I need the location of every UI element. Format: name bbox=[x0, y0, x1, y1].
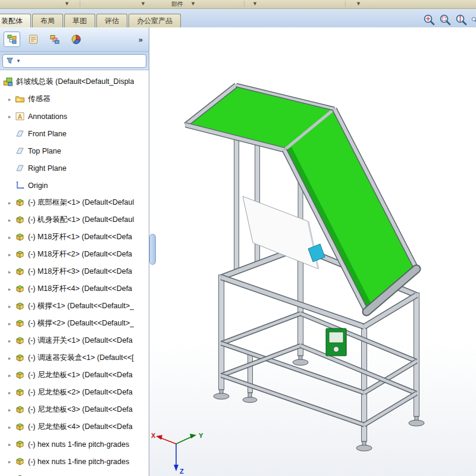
triad-x-arrow bbox=[156, 435, 162, 440]
tree-item[interactable]: ▸ (-) 底部框架<1> (Default<Defaul bbox=[0, 194, 149, 211]
tree-item[interactable]: ▸ (-) 尼龙垫板<4> (Default<<Defa bbox=[0, 418, 149, 436]
expand-arrow-icon[interactable]: ▸ bbox=[8, 390, 15, 396]
tree-item[interactable]: ▸ (-) hex nuts 1-fine pitch-grades bbox=[0, 436, 149, 453]
tree-item[interactable]: ▸ A Annotations bbox=[0, 108, 149, 125]
tree-item[interactable]: ▸ (-) 机身装配<1> (Default<Defaul bbox=[0, 211, 149, 228]
tree-item[interactable]: Top Plane bbox=[0, 142, 149, 159]
parts-menu-label[interactable]: 部件 bbox=[171, 0, 183, 8]
tree-item[interactable]: ▸ (-) M18牙杆<3> (Default<<Defa bbox=[0, 263, 149, 280]
main-area: » ▼ 斜坡线总装 (Default<Default_Displa ▸ 传感器 … bbox=[0, 27, 476, 476]
tree-item[interactable]: ▸ (-) 尼龙垫板<3> (Default<<Defa bbox=[0, 401, 149, 418]
tree-scrollbar[interactable] bbox=[149, 69, 156, 476]
command-tab-0[interactable]: 装配体 bbox=[0, 14, 31, 27]
zoom-to-area-button[interactable] bbox=[439, 14, 451, 26]
tree-item[interactable]: ▸ (-) hex nuts 1-fine pitch-grades bbox=[0, 470, 149, 476]
expand-arrow-icon[interactable]: ▸ bbox=[8, 321, 15, 327]
toolbar-dropdown-caret[interactable]: ▼ bbox=[252, 1, 258, 7]
clipped-tool-button[interactable] bbox=[471, 14, 476, 26]
conveyor-assembly-model[interactable]: X Y Z bbox=[149, 27, 476, 476]
expand-arrow-icon[interactable]: ▸ bbox=[8, 96, 15, 102]
command-tabs: 装配体布局草图评估办公室产品 bbox=[0, 9, 182, 27]
display-manager-tab[interactable] bbox=[68, 32, 84, 47]
tree-item[interactable]: Right Plane bbox=[0, 159, 149, 177]
triad-y-label: Y bbox=[199, 432, 203, 439]
part-icon bbox=[15, 267, 25, 277]
property-manager-tab[interactable] bbox=[25, 32, 42, 47]
tree-item[interactable]: Origin bbox=[0, 177, 149, 194]
part-icon bbox=[15, 318, 25, 328]
expand-arrow-icon[interactable]: ▸ bbox=[8, 252, 15, 258]
command-tab-2[interactable]: 草图 bbox=[64, 14, 95, 27]
svg-text:A: A bbox=[18, 113, 23, 120]
expand-arrow-icon[interactable]: ▸ bbox=[8, 286, 15, 292]
command-tab-4[interactable]: 办公室产品 bbox=[129, 14, 181, 27]
tree-item[interactable]: 斜坡线总装 (Default<Default_Displa bbox=[0, 73, 149, 90]
tree-filter-combo[interactable]: ▼ bbox=[2, 54, 146, 68]
expand-arrow-icon[interactable]: ▸ bbox=[8, 372, 15, 378]
graphics-viewport[interactable]: X Y Z bbox=[149, 27, 476, 476]
expand-arrow-icon[interactable]: ▸ bbox=[8, 234, 15, 240]
tree-item[interactable]: Front Plane bbox=[0, 125, 149, 142]
feature-manager-tab[interactable] bbox=[4, 32, 20, 47]
expand-arrow-icon[interactable]: ▸ bbox=[8, 200, 15, 206]
feature-manager-panel: » ▼ 斜坡线总装 (Default<Default_Displa ▸ 传感器 … bbox=[0, 27, 149, 476]
expand-arrow-icon[interactable]: ▸ bbox=[8, 459, 15, 465]
menu-strip: ▼ │ ▼ 部件 ▼ │ ▼ │ ▼ bbox=[0, 0, 476, 9]
part-icon bbox=[15, 353, 25, 363]
tree-item[interactable]: ▸ (-) 尼龙垫板<1> (Default<<Defa bbox=[0, 367, 149, 384]
part-icon bbox=[15, 456, 25, 466]
toolbar-dropdown-caret[interactable]: ▼ bbox=[140, 1, 146, 7]
tree-scrollbar-thumb[interactable] bbox=[149, 234, 156, 265]
panel-overflow-chevron[interactable]: » bbox=[136, 35, 145, 44]
tree-item[interactable]: ▸ (-) 横撑<2> (Default<<Default>_ bbox=[0, 315, 149, 332]
part-icon bbox=[15, 405, 25, 415]
tree-item[interactable]: ▸ (-) 调速器安装盒<1> (Default<<[ bbox=[0, 349, 149, 367]
view-toolbar bbox=[423, 14, 476, 26]
expand-arrow-icon[interactable]: ▸ bbox=[8, 441, 15, 447]
folder-icon bbox=[15, 94, 25, 104]
tree-item[interactable]: ▸ (-) M18牙杆<2> (Default<<Defa bbox=[0, 246, 149, 263]
toolbar-dropdown-caret[interactable]: ▼ bbox=[356, 1, 361, 7]
toolbar-dropdown-caret[interactable]: ▼ bbox=[190, 1, 196, 7]
display-manager-icon bbox=[71, 34, 82, 45]
toolbar-dropdown-caret[interactable]: ▼ bbox=[64, 1, 70, 7]
expand-arrow-icon[interactable]: ▸ bbox=[8, 217, 15, 223]
expand-arrow-icon[interactable]: ▸ bbox=[8, 355, 15, 361]
zoom-to-fit-button[interactable] bbox=[423, 14, 435, 26]
zoom-in-out-button[interactable] bbox=[455, 14, 467, 26]
part-icon bbox=[15, 284, 25, 294]
tree-item[interactable]: ▸ (-) 横撑<1> (Default<<Default>_ bbox=[0, 298, 149, 315]
filter-caret-icon[interactable]: ▼ bbox=[16, 58, 21, 64]
tree-item[interactable]: ▸ 传感器 bbox=[0, 90, 149, 108]
part-icon bbox=[15, 422, 25, 432]
expand-arrow-icon[interactable]: ▸ bbox=[8, 303, 15, 309]
tree-item[interactable]: ▸ (-) 调速开关<1> (Default<<Defa bbox=[0, 332, 149, 349]
tree-item[interactable]: ▸ (-) 尼龙垫板<2> (Default<<Defa bbox=[0, 384, 149, 401]
manager-tab-toolbar: » bbox=[0, 27, 149, 52]
command-tab-3[interactable]: 评估 bbox=[96, 14, 127, 27]
command-tab-1[interactable]: 布局 bbox=[32, 14, 63, 27]
configuration-manager-tab[interactable] bbox=[46, 32, 63, 47]
toolbar-separator: │ bbox=[79, 1, 82, 7]
expand-arrow-icon[interactable]: ▸ bbox=[8, 338, 15, 344]
expand-arrow-icon[interactable]: ▸ bbox=[8, 407, 15, 413]
filter-funnel-icon bbox=[6, 57, 14, 65]
tree-item[interactable]: ▸ (-) hex nuts 1-fine pitch-grades bbox=[0, 453, 149, 470]
tree-item[interactable]: ▸ (-) M18牙杆<4> (Default<<Defa bbox=[0, 280, 149, 298]
part-icon bbox=[15, 249, 25, 259]
part-icon bbox=[15, 232, 25, 242]
tree-item[interactable]: ▸ (-) M18牙杆<1> (Default<<Defa bbox=[0, 228, 149, 246]
toolbar-separator: │ bbox=[344, 1, 347, 7]
toolbar-separator: │ bbox=[243, 1, 246, 7]
part-icon bbox=[15, 215, 25, 225]
frame-leg bbox=[414, 293, 419, 416]
plane-icon bbox=[15, 163, 25, 173]
expand-arrow-icon[interactable]: ▸ bbox=[8, 269, 15, 275]
property-manager-icon bbox=[28, 34, 39, 45]
part-icon bbox=[15, 474, 25, 476]
speed-controller bbox=[326, 328, 346, 356]
command-manager-tab-bar: 装配体布局草图评估办公室产品 bbox=[0, 9, 476, 28]
assembly-icon bbox=[3, 77, 13, 87]
expand-arrow-icon[interactable]: ▸ bbox=[8, 114, 15, 120]
expand-arrow-icon[interactable]: ▸ bbox=[8, 424, 15, 430]
